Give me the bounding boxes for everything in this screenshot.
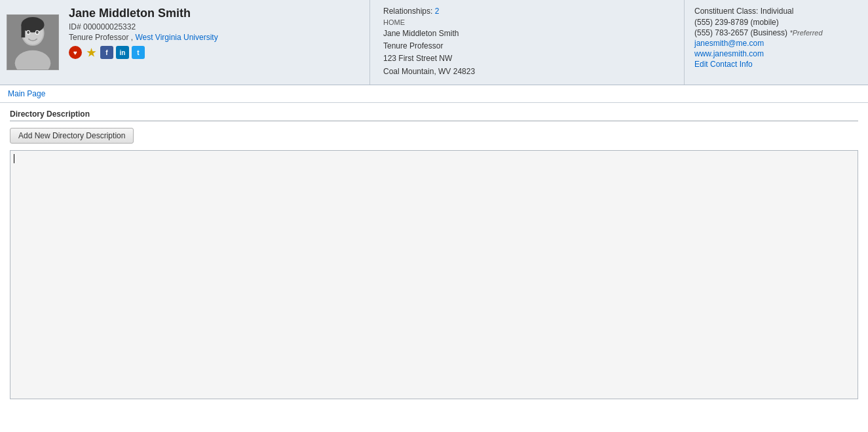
main-content: Directory Description Add New Directory …	[0, 103, 868, 432]
edit-contact-link[interactable]: Edit Contact Info	[694, 60, 858, 69]
relationships-label: Relationships:	[383, 7, 432, 16]
email-link[interactable]: janesmith@me.com	[694, 39, 858, 48]
nav-bar: Main Page	[0, 85, 868, 103]
website-link[interactable]: www.janesmith.com	[694, 49, 858, 58]
directory-description-textarea[interactable]	[10, 150, 858, 399]
directory-section-header: Directory Description	[10, 109, 858, 121]
person-info-section: Jane Middleton Smith ID# 000000025332 Te…	[66, 0, 370, 85]
contact-section: Constituent Class: Individual (555) 239-…	[685, 0, 868, 85]
person-name: Jane Middleton Smith	[69, 7, 356, 20]
person-title: Tenure Professor , West Virginia Univers…	[69, 33, 356, 42]
relationships-section: Relationships: 2 HOME Jane Middleton Smi…	[370, 0, 685, 85]
social-icons-row: ♥ ★ f in t	[69, 46, 356, 59]
heart-icon[interactable]: ♥	[69, 46, 82, 59]
relationship-type: HOME	[383, 18, 671, 26]
preferred-badge: *Preferred	[789, 29, 822, 37]
relationships-title: Relationships: 2	[383, 7, 671, 16]
svg-point-8	[27, 31, 29, 34]
twitter-icon[interactable]: t	[132, 46, 145, 59]
svg-point-9	[36, 31, 39, 34]
university-link[interactable]: West Virginia University	[135, 33, 217, 42]
avatar-section	[0, 0, 66, 85]
page-header: Jane Middleton Smith ID# 000000025332 Te…	[0, 0, 868, 85]
text-cursor	[14, 154, 14, 163]
avatar	[7, 14, 59, 70]
facebook-icon[interactable]: f	[100, 46, 113, 59]
star-icon[interactable]: ★	[85, 46, 98, 59]
person-id: ID# 000000025332	[69, 22, 356, 31]
add-directory-description-button[interactable]: Add New Directory Description	[10, 128, 134, 144]
phone-mobile: (555) 239-8789 (mobile)	[694, 18, 858, 27]
relationships-count[interactable]: 2	[435, 7, 440, 16]
relationship-name: Jane Middleton Smith Tenure Professor 12…	[383, 28, 671, 78]
linkedin-icon[interactable]: in	[116, 46, 129, 59]
title-prefix: Tenure Professor ,	[69, 33, 133, 42]
svg-rect-5	[21, 25, 25, 38]
phone-business: (555) 783-2657 (Business) *Preferred	[694, 28, 858, 37]
constituent-class: Constituent Class: Individual	[694, 7, 858, 16]
main-page-link[interactable]: Main Page	[8, 89, 45, 98]
